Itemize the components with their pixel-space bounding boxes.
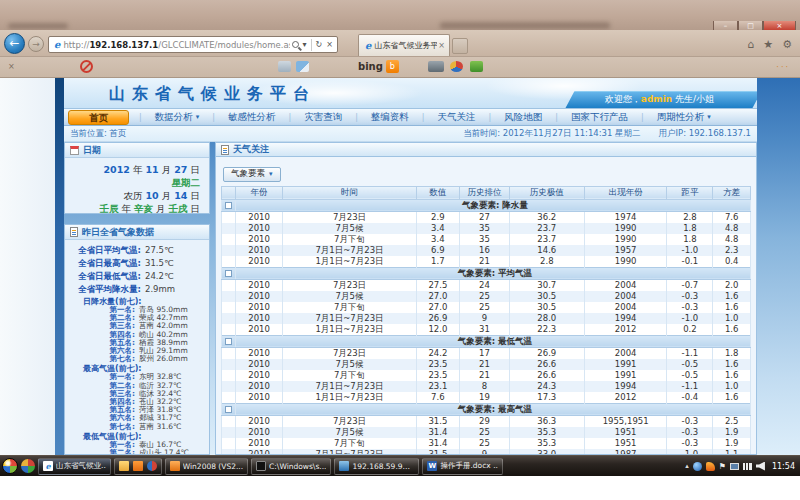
- table-cell: 2.8: [509, 256, 584, 268]
- media-app-icon[interactable]: [450, 61, 463, 72]
- taskbar-button-rdp[interactable]: 192.168.59.99...: [334, 458, 419, 475]
- favorites-star-icon[interactable]: ★: [763, 38, 773, 51]
- tab-favicon: e: [365, 40, 371, 51]
- weather-value: 胶州 26.0mm: [139, 355, 188, 363]
- section-toggle-cell: [222, 403, 236, 415]
- date-line: 2012 年 11 月 27 日: [65, 163, 200, 176]
- table-cell: 7月23日: [283, 347, 416, 359]
- taskbar-button-word[interactable]: W操作手册.docx ..: [422, 458, 502, 475]
- puzzle-addon-icon[interactable]: [470, 61, 483, 72]
- table-cell: 2010: [235, 234, 283, 245]
- forward-button[interactable]: →: [28, 36, 44, 52]
- date-segment: 11: [145, 164, 158, 175]
- display-icon[interactable]: [730, 463, 739, 470]
- table-cell: 2010: [235, 415, 283, 427]
- camera-icon[interactable]: [428, 61, 444, 72]
- expand-toggle-icon[interactable]: [225, 406, 232, 413]
- date-segment: 年: [118, 203, 134, 214]
- weather-focus-icon: [221, 145, 229, 155]
- speaker-icon[interactable]: [756, 462, 765, 471]
- address-bar[interactable]: e http://192.168.137.1/GLCCLIMATE/module…: [48, 36, 338, 53]
- taskbar-button-cmd[interactable]: C:\Windows\s...: [251, 458, 331, 475]
- flame-app-icon[interactable]: [706, 462, 715, 471]
- section-label: 气象要素: 平均气温: [235, 267, 750, 279]
- taskbar-button-ie[interactable]: e山东省气候业..: [38, 458, 111, 475]
- table-row: 20101月1日~7月23日1.7212.81990-0.10.4: [222, 256, 751, 268]
- table-cell: 7.6: [416, 392, 459, 404]
- table-cell: 25: [460, 438, 510, 449]
- network-bars-icon[interactable]: [743, 463, 752, 470]
- table-cell: 2012: [584, 324, 667, 336]
- date-segment: 壬辰: [99, 203, 118, 214]
- nav-item-3[interactable]: 灾害查询: [291, 111, 355, 124]
- section-label: 气象要素: 降水量: [235, 199, 750, 211]
- expand-toggle-icon[interactable]: [225, 270, 232, 277]
- element-filter-button[interactable]: 气象要素 ▾: [223, 167, 281, 182]
- url-text: http://192.168.137.1/GLCCLIMATE/modules/…: [63, 40, 289, 50]
- search-dropdown-icon[interactable]: ▾: [303, 40, 307, 49]
- table-cell: -0.4: [667, 392, 713, 404]
- blocked-content-icon[interactable]: [80, 60, 93, 73]
- table-cell: 7月1日~7月23日: [283, 245, 416, 256]
- bing-search-icon[interactable]: b: [386, 60, 399, 73]
- nav-item-1[interactable]: 数据分析▾: [142, 111, 213, 124]
- nav-item-0[interactable]: 首页: [68, 110, 129, 125]
- table-row: 20107月5候3.43523.719901.84.8: [222, 223, 751, 234]
- overflow-menu-icon[interactable]: ···: [776, 63, 790, 72]
- weather-label: 全省日最高气温:: [69, 257, 141, 270]
- tools-gear-icon[interactable]: ⚙: [782, 38, 792, 51]
- table-cell: 23.5: [416, 370, 459, 381]
- weather-label: 第七名:: [69, 355, 135, 363]
- nav-item-8[interactable]: 周期性分析▾: [644, 111, 724, 124]
- site-title: 山东省气候业务平台: [109, 84, 316, 105]
- table-cell: 1.9: [713, 427, 751, 438]
- refresh-icon[interactable]: ↻: [316, 40, 323, 49]
- explorer-folder-icon[interactable]: [119, 461, 129, 471]
- tray-expand-icon[interactable]: ▴: [685, 462, 689, 470]
- home-icon[interactable]: ⌂: [747, 38, 754, 51]
- weather-section-label: 最高气温(前七):: [69, 363, 203, 373]
- taskbar-button-vm[interactable]: Win2008 (VS2...: [165, 458, 248, 475]
- search-icon[interactable]: [292, 41, 299, 48]
- addon-bar-close-icon[interactable]: ×: [8, 62, 15, 71]
- table-cell: 1.8: [713, 347, 751, 359]
- table-cell: -1.1: [667, 381, 713, 392]
- row-select-cell: [222, 313, 236, 324]
- start-button[interactable]: [2, 458, 18, 474]
- nav-item-5[interactable]: 天气关注: [425, 111, 489, 124]
- table-row: 20107月1日~7月23日6.91614.61957-1.02.3: [222, 245, 751, 256]
- username: admin: [641, 94, 672, 104]
- table-cell: 1.6: [713, 291, 751, 302]
- table-cell: 1955,1951: [584, 415, 667, 427]
- weather-value: 24.2℃: [145, 270, 173, 283]
- table-cell: 23.7: [509, 234, 584, 245]
- taskbar: e山东省气候业.. Win2008 (VS2...C:\Windows\s...…: [0, 455, 800, 476]
- nav-item-7[interactable]: 国家下行产品: [558, 111, 641, 124]
- table-cell: 2010: [235, 245, 283, 256]
- message-icon[interactable]: [296, 61, 309, 72]
- taskbar-clock[interactable]: 11:54: [769, 462, 795, 471]
- mail-icon[interactable]: [278, 61, 291, 72]
- new-tab-button[interactable]: [452, 38, 468, 54]
- back-button[interactable]: ←: [4, 33, 25, 54]
- table-cell: 22.3: [509, 324, 584, 336]
- nav-item-6[interactable]: 风险地图: [491, 111, 555, 124]
- table-cell: 6.9: [416, 245, 459, 256]
- tab-close-icon[interactable]: ×: [437, 41, 446, 50]
- weather-label: 第七名:: [69, 423, 135, 431]
- nav-item-4[interactable]: 整编资料: [358, 111, 422, 124]
- table-cell: 2.0: [713, 279, 751, 291]
- network-globe-icon[interactable]: [693, 462, 702, 471]
- browser-tab[interactable]: e 山东省气候业务平... ×: [358, 34, 450, 56]
- expand-toggle-icon[interactable]: [225, 338, 232, 345]
- media-player-icon[interactable]: [147, 461, 157, 471]
- orange-app-icon[interactable]: [133, 461, 143, 471]
- bing-toolbar-logo[interactable]: bing b: [358, 60, 399, 73]
- stop-icon[interactable]: ×: [326, 40, 333, 49]
- pinned-app-icon[interactable]: [21, 459, 35, 473]
- weather-rank-line: 第四名:苍山 32.2℃: [69, 398, 203, 406]
- expand-toggle-icon[interactable]: [225, 202, 232, 209]
- action-center-flag-icon[interactable]: ⚑: [719, 462, 726, 471]
- nav-item-2[interactable]: 敏感性分析: [215, 111, 289, 124]
- vm-icon: [170, 461, 180, 471]
